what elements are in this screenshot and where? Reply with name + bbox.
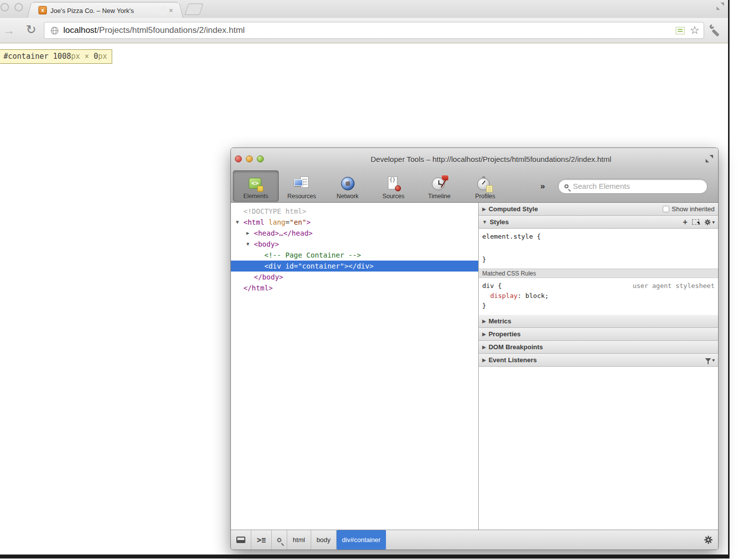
forward-button-icon[interactable]: →: [3, 23, 15, 37]
tree-node-comment[interactable]: <!-- Page Container -->: [231, 250, 478, 261]
breadcrumb-html[interactable]: html: [287, 530, 311, 550]
matched-css-rules-header: Matched CSS Rules: [479, 269, 718, 278]
sources-icon: [385, 176, 402, 192]
panel-tab-timeline[interactable]: Timeline: [416, 170, 462, 202]
zoom-window-icon[interactable]: [257, 155, 264, 162]
expand-arrow-icon[interactable]: ▶: [246, 228, 249, 239]
user-agent-rule[interactable]: div {user agent stylesheet display: bloc…: [479, 278, 718, 315]
devtools-title: Developer Tools – http://localhost/Proje…: [264, 155, 718, 163]
element-dimensions-tooltip: #container 1008px × 0px: [0, 49, 112, 64]
collapse-arrow-icon[interactable]: ▼: [236, 217, 239, 228]
tree-node-doctype[interactable]: <!DOCTYPE html>: [231, 206, 478, 217]
url-text[interactable]: localhost/Projects/html5foundations/2/in…: [63, 25, 676, 35]
css-property[interactable]: display: block;: [482, 291, 715, 301]
figure-border: [0, 555, 730, 559]
reload-button-icon[interactable]: ↻: [26, 22, 36, 37]
panel-tab-elements[interactable]: <> Elements: [233, 170, 279, 202]
window-resize-grip-icon[interactable]: [717, 2, 724, 10]
tree-node-html-close[interactable]: </html>: [231, 282, 478, 293]
section-computed-style[interactable]: ▶ Computed Style Show inherited: [479, 203, 718, 216]
xampp-favicon-icon: x: [38, 6, 47, 14]
tab-title-wrap: Joe's Pizza Co. – New York's: [50, 6, 166, 15]
timeline-icon: [431, 176, 448, 192]
address-bar[interactable]: localhost/Projects/html5foundations/2/in…: [44, 22, 704, 39]
tree-node-body[interactable]: ▼<body>: [231, 239, 478, 250]
expand-arrow-icon: ▶: [482, 206, 486, 212]
devtools-toolbar: <> Elements Resources Network Sources: [231, 170, 718, 203]
panel-tab-profiles[interactable]: Profiles: [462, 170, 508, 202]
browser-tab[interactable]: x Joe's Pizza Co. – New York's ×: [32, 2, 179, 18]
search-icon: [564, 184, 568, 188]
resources-icon: [293, 176, 310, 192]
inspect-element-button[interactable]: [272, 530, 287, 550]
filter-icon[interactable]: ▾: [705, 358, 715, 363]
profiles-icon: [477, 176, 494, 192]
element-style-rule[interactable]: element.style { }: [479, 229, 718, 269]
show-inherited-checkbox[interactable]: [663, 206, 669, 212]
tree-node-head[interactable]: ▶<head>…</head>: [231, 228, 478, 239]
devtools-settings-button[interactable]: [704, 530, 718, 550]
tree-node-html[interactable]: ▼<html lang="en">: [231, 217, 478, 228]
section-properties[interactable]: ▶ Properties: [479, 328, 718, 341]
element-state-icon[interactable]: [692, 219, 699, 225]
network-icon: [339, 176, 356, 192]
figure-border: [728, 0, 730, 556]
panel-tab-resources[interactable]: Resources: [279, 170, 325, 202]
collapse-arrow-icon[interactable]: ▼: [246, 239, 249, 250]
expand-arrow-icon: ▶: [482, 318, 486, 324]
collapse-arrow-icon: ▼: [482, 219, 487, 225]
panel-tab-sources[interactable]: Sources: [371, 170, 416, 202]
devtools-content: <!DOCTYPE html> ▼<html lang="en"> ▶<head…: [231, 203, 718, 531]
new-style-rule-icon[interactable]: +: [683, 218, 687, 227]
browser-tabstrip: x Joe's Pizza Co. – New York's ×: [0, 0, 728, 18]
overflow-chevron-icon[interactable]: »: [541, 181, 545, 191]
settings-wrench-icon[interactable]: [709, 24, 722, 37]
globe-icon: [50, 26, 59, 35]
tree-node-div-container-selected[interactable]: <div id="container"></div>: [231, 261, 478, 272]
devtools-titlebar[interactable]: Developer Tools – http://localhost/Proje…: [231, 148, 718, 170]
close-window-icon[interactable]: [235, 155, 242, 162]
console-drawer-button[interactable]: >≡: [251, 530, 272, 550]
dock-to-bottom-button[interactable]: [231, 530, 251, 550]
search-input[interactable]: [572, 181, 701, 191]
screenshot-figure: x Joe's Pizza Co. – New York's × → ↻ loc…: [0, 0, 746, 560]
window-control-icon[interactable]: [0, 3, 9, 11]
section-styles[interactable]: ▼ Styles + ▾: [479, 216, 718, 229]
reading-list-icon[interactable]: [676, 27, 685, 34]
breadcrumb-body[interactable]: body: [311, 530, 337, 550]
window-control-icon[interactable]: [14, 3, 23, 11]
page-content: #container 1008px × 0px Developer Tools …: [0, 43, 728, 555]
panel-tab-network[interactable]: Network: [325, 170, 371, 202]
section-event-listeners[interactable]: ▶ Event Listeners ▾: [479, 354, 718, 367]
browser-window: x Joe's Pizza Co. – New York's × → ↻ loc…: [0, 0, 728, 555]
gear-icon: [704, 535, 713, 545]
expand-arrow-icon: ▶: [482, 357, 486, 363]
expand-arrow-icon: ▶: [482, 344, 486, 350]
search-box[interactable]: [558, 179, 708, 194]
stylesheet-origin: user agent stylesheet: [633, 281, 715, 291]
breadcrumb-div-container[interactable]: div#container: [337, 530, 386, 550]
section-dom-breakpoints[interactable]: ▶ DOM Breakpoints: [479, 341, 718, 354]
elements-tree: <!DOCTYPE html> ▼<html lang="en"> ▶<head…: [231, 203, 479, 531]
sidebar-empty-area: [479, 367, 718, 531]
magnifier-icon: [277, 538, 282, 542]
tab-title: Joe's Pizza Co. – New York's: [50, 7, 134, 14]
elements-icon: <>: [247, 176, 264, 192]
expand-arrow-icon: ▶: [482, 331, 486, 337]
gear-icon[interactable]: ▾: [704, 219, 715, 226]
window-resize-grip-icon[interactable]: [706, 155, 713, 162]
devtools-statusbar: >≡ html body div#container: [231, 530, 718, 550]
dock-icon: [236, 537, 245, 543]
console-icon: >≡: [257, 536, 266, 545]
bookmark-star-icon[interactable]: ☆: [690, 25, 700, 35]
tree-node-body-close[interactable]: </body>: [231, 272, 478, 282]
tab-close-icon[interactable]: ×: [169, 7, 173, 14]
browser-toolbar: → ↻ localhost/Projects/html5foundations/…: [0, 18, 728, 43]
styles-sidebar: ▶ Computed Style Show inherited ▼ Styles…: [479, 203, 718, 531]
devtools-window: Developer Tools – http://localhost/Proje…: [230, 147, 719, 550]
new-tab-button[interactable]: [185, 3, 203, 15]
minimize-window-icon[interactable]: [246, 155, 253, 162]
section-metrics[interactable]: ▶ Metrics: [479, 315, 718, 328]
